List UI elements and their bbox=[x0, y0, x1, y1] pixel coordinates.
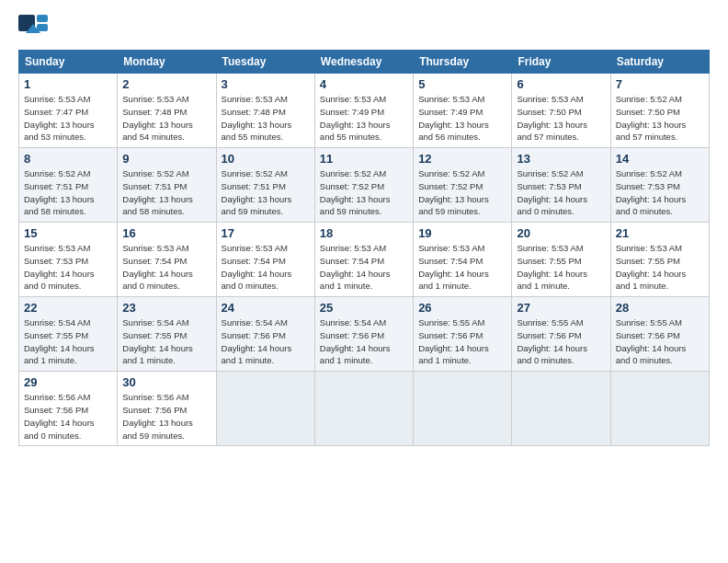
calendar-cell: 30Sunrise: 5:56 AM Sunset: 7:56 PM Dayli… bbox=[118, 372, 216, 446]
day-number: 17 bbox=[222, 226, 310, 240]
calendar-cell: 16Sunrise: 5:53 AM Sunset: 7:54 PM Dayli… bbox=[118, 223, 216, 297]
calendar-cell: 28Sunrise: 5:55 AM Sunset: 7:56 PM Dayli… bbox=[610, 297, 709, 372]
day-info: Sunrise: 5:53 AM Sunset: 7:54 PM Dayligh… bbox=[122, 242, 210, 293]
weekday-header-wednesday: Wednesday bbox=[314, 51, 413, 74]
day-number: 15 bbox=[24, 226, 112, 240]
day-number: 28 bbox=[616, 301, 704, 315]
weekday-header-thursday: Thursday bbox=[414, 51, 512, 74]
page: SundayMondayTuesdayWednesdayThursdayFrid… bbox=[0, 0, 728, 563]
logo-icon bbox=[18, 15, 44, 40]
day-info: Sunrise: 5:53 AM Sunset: 7:48 PM Dayligh… bbox=[122, 93, 210, 144]
calendar-cell: 23Sunrise: 5:54 AM Sunset: 7:55 PM Dayli… bbox=[118, 297, 216, 372]
day-number: 27 bbox=[517, 301, 605, 315]
calendar-cell: 17Sunrise: 5:53 AM Sunset: 7:54 PM Dayli… bbox=[216, 223, 314, 297]
day-info: Sunrise: 5:54 AM Sunset: 7:55 PM Dayligh… bbox=[122, 316, 210, 367]
day-info: Sunrise: 5:52 AM Sunset: 7:53 PM Dayligh… bbox=[517, 167, 605, 218]
calendar-cell: 29Sunrise: 5:56 AM Sunset: 7:56 PM Dayli… bbox=[19, 372, 118, 446]
week-row-5: 29Sunrise: 5:56 AM Sunset: 7:56 PM Dayli… bbox=[19, 372, 710, 446]
day-info: Sunrise: 5:53 AM Sunset: 7:55 PM Dayligh… bbox=[616, 242, 704, 293]
day-info: Sunrise: 5:52 AM Sunset: 7:52 PM Dayligh… bbox=[320, 167, 408, 218]
weekday-header-tuesday: Tuesday bbox=[216, 51, 314, 74]
day-info: Sunrise: 5:53 AM Sunset: 7:48 PM Dayligh… bbox=[222, 93, 310, 144]
calendar-cell: 6Sunrise: 5:53 AM Sunset: 7:50 PM Daylig… bbox=[512, 74, 610, 148]
day-info: Sunrise: 5:52 AM Sunset: 7:53 PM Dayligh… bbox=[616, 167, 704, 218]
day-info: Sunrise: 5:52 AM Sunset: 7:50 PM Dayligh… bbox=[616, 93, 704, 144]
calendar-cell: 24Sunrise: 5:54 AM Sunset: 7:56 PM Dayli… bbox=[216, 297, 314, 372]
day-info: Sunrise: 5:56 AM Sunset: 7:56 PM Dayligh… bbox=[122, 391, 210, 442]
calendar-cell: 4Sunrise: 5:53 AM Sunset: 7:49 PM Daylig… bbox=[314, 74, 413, 148]
calendar-cell: 13Sunrise: 5:52 AM Sunset: 7:53 PM Dayli… bbox=[512, 148, 610, 223]
week-row-4: 22Sunrise: 5:54 AM Sunset: 7:55 PM Dayli… bbox=[19, 297, 710, 372]
week-row-2: 8Sunrise: 5:52 AM Sunset: 7:51 PM Daylig… bbox=[19, 148, 710, 223]
week-row-3: 15Sunrise: 5:53 AM Sunset: 7:53 PM Dayli… bbox=[19, 223, 710, 297]
calendar-cell bbox=[216, 372, 314, 446]
day-number: 2 bbox=[122, 77, 210, 91]
day-info: Sunrise: 5:56 AM Sunset: 7:56 PM Dayligh… bbox=[24, 391, 112, 442]
calendar-table: SundayMondayTuesdayWednesdayThursdayFrid… bbox=[18, 50, 710, 446]
day-number: 13 bbox=[517, 152, 605, 166]
day-info: Sunrise: 5:53 AM Sunset: 7:53 PM Dayligh… bbox=[24, 242, 112, 293]
calendar-cell: 22Sunrise: 5:54 AM Sunset: 7:55 PM Dayli… bbox=[19, 297, 118, 372]
calendar-cell bbox=[314, 372, 413, 446]
day-number: 8 bbox=[24, 152, 112, 166]
calendar-cell: 12Sunrise: 5:52 AM Sunset: 7:52 PM Dayli… bbox=[414, 148, 512, 223]
day-number: 11 bbox=[320, 152, 408, 166]
calendar-cell: 25Sunrise: 5:54 AM Sunset: 7:56 PM Dayli… bbox=[314, 297, 413, 372]
weekday-header-sunday: Sunday bbox=[19, 51, 118, 74]
day-info: Sunrise: 5:52 AM Sunset: 7:52 PM Dayligh… bbox=[418, 167, 506, 218]
calendar-cell: 7Sunrise: 5:52 AM Sunset: 7:50 PM Daylig… bbox=[610, 74, 709, 148]
day-number: 21 bbox=[616, 226, 704, 240]
day-info: Sunrise: 5:53 AM Sunset: 7:54 PM Dayligh… bbox=[418, 242, 506, 293]
day-info: Sunrise: 5:55 AM Sunset: 7:56 PM Dayligh… bbox=[616, 316, 704, 367]
day-info: Sunrise: 5:55 AM Sunset: 7:56 PM Dayligh… bbox=[517, 316, 605, 367]
day-number: 26 bbox=[418, 301, 506, 315]
day-info: Sunrise: 5:54 AM Sunset: 7:56 PM Dayligh… bbox=[320, 316, 408, 367]
day-info: Sunrise: 5:52 AM Sunset: 7:51 PM Dayligh… bbox=[24, 167, 112, 218]
day-number: 9 bbox=[122, 152, 210, 166]
weekday-header-friday: Friday bbox=[512, 51, 610, 74]
day-number: 29 bbox=[24, 375, 112, 389]
day-number: 12 bbox=[418, 152, 506, 166]
calendar-cell: 8Sunrise: 5:52 AM Sunset: 7:51 PM Daylig… bbox=[19, 148, 118, 223]
day-number: 24 bbox=[222, 301, 310, 315]
day-info: Sunrise: 5:53 AM Sunset: 7:49 PM Dayligh… bbox=[320, 93, 408, 144]
weekday-header-monday: Monday bbox=[118, 51, 216, 74]
calendar-cell bbox=[414, 372, 512, 446]
day-number: 3 bbox=[222, 77, 310, 91]
day-number: 6 bbox=[517, 77, 605, 91]
day-number: 1 bbox=[24, 77, 112, 91]
header bbox=[18, 15, 710, 40]
day-number: 10 bbox=[222, 152, 310, 166]
calendar-cell: 14Sunrise: 5:52 AM Sunset: 7:53 PM Dayli… bbox=[610, 148, 709, 223]
day-info: Sunrise: 5:53 AM Sunset: 7:55 PM Dayligh… bbox=[517, 242, 605, 293]
day-number: 23 bbox=[122, 301, 210, 315]
day-info: Sunrise: 5:53 AM Sunset: 7:54 PM Dayligh… bbox=[320, 242, 408, 293]
day-number: 22 bbox=[24, 301, 112, 315]
day-info: Sunrise: 5:54 AM Sunset: 7:56 PM Dayligh… bbox=[222, 316, 310, 367]
calendar-cell bbox=[610, 372, 709, 446]
calendar-cell: 26Sunrise: 5:55 AM Sunset: 7:56 PM Dayli… bbox=[414, 297, 512, 372]
day-info: Sunrise: 5:53 AM Sunset: 7:49 PM Dayligh… bbox=[418, 93, 506, 144]
logo bbox=[18, 15, 48, 40]
calendar-cell: 10Sunrise: 5:52 AM Sunset: 7:51 PM Dayli… bbox=[216, 148, 314, 223]
calendar-cell: 5Sunrise: 5:53 AM Sunset: 7:49 PM Daylig… bbox=[414, 74, 512, 148]
weekday-header-row: SundayMondayTuesdayWednesdayThursdayFrid… bbox=[19, 51, 710, 74]
calendar-cell: 21Sunrise: 5:53 AM Sunset: 7:55 PM Dayli… bbox=[610, 223, 709, 297]
day-info: Sunrise: 5:53 AM Sunset: 7:54 PM Dayligh… bbox=[222, 242, 310, 293]
calendar-cell: 19Sunrise: 5:53 AM Sunset: 7:54 PM Dayli… bbox=[414, 223, 512, 297]
calendar-cell: 27Sunrise: 5:55 AM Sunset: 7:56 PM Dayli… bbox=[512, 297, 610, 372]
calendar-cell bbox=[512, 372, 610, 446]
day-info: Sunrise: 5:52 AM Sunset: 7:51 PM Dayligh… bbox=[222, 167, 310, 218]
calendar-cell: 9Sunrise: 5:52 AM Sunset: 7:51 PM Daylig… bbox=[118, 148, 216, 223]
day-number: 14 bbox=[616, 152, 704, 166]
calendar-cell: 1Sunrise: 5:53 AM Sunset: 7:47 PM Daylig… bbox=[19, 74, 118, 148]
day-number: 30 bbox=[122, 375, 210, 389]
day-info: Sunrise: 5:55 AM Sunset: 7:56 PM Dayligh… bbox=[418, 316, 506, 367]
calendar-cell: 3Sunrise: 5:53 AM Sunset: 7:48 PM Daylig… bbox=[216, 74, 314, 148]
day-info: Sunrise: 5:52 AM Sunset: 7:51 PM Dayligh… bbox=[122, 167, 210, 218]
day-info: Sunrise: 5:54 AM Sunset: 7:55 PM Dayligh… bbox=[24, 316, 112, 367]
day-number: 5 bbox=[418, 77, 506, 91]
day-number: 16 bbox=[122, 226, 210, 240]
calendar-cell: 20Sunrise: 5:53 AM Sunset: 7:55 PM Dayli… bbox=[512, 223, 610, 297]
week-row-1: 1Sunrise: 5:53 AM Sunset: 7:47 PM Daylig… bbox=[19, 74, 710, 148]
